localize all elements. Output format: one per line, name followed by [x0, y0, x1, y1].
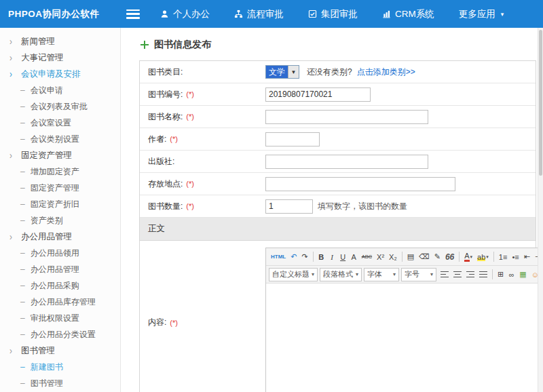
dash-marker: – [20, 167, 25, 176]
unordered-list-button[interactable]: •≡ [510, 250, 521, 264]
indent-button[interactable]: ⇥ [533, 250, 538, 264]
image-button[interactable]: ▦ [517, 268, 528, 281]
nav-process-approval[interactable]: 流程审批 [234, 8, 284, 20]
form-rows: 图书编号:(*)图书名称:(*)作者:(*)出版社:存放地点:(*)图书数量:(… [140, 83, 536, 218]
sidebar-item[interactable]: –会议室设置 [0, 115, 120, 131]
field-hint: 填写数字，该图书的数量 [318, 201, 407, 212]
sidebar-item-label: 办公用品采购 [31, 280, 79, 292]
sidebar-section[interactable]: ›固定资产管理 [0, 147, 120, 163]
bold-button[interactable]: B [316, 250, 326, 264]
align-right-button[interactable] [464, 268, 476, 281]
text-input[interactable] [265, 155, 428, 169]
sidebar-item[interactable]: –办公用品领用 [0, 245, 120, 261]
font-family-select[interactable]: 字体▾ [364, 268, 399, 281]
sidebar-section[interactable]: ›办公用品管理 [0, 229, 120, 245]
outdent-button[interactable]: ⇤ [522, 250, 532, 264]
text-input[interactable] [265, 87, 371, 102]
app-window: PHPOA协同办公软件 个人办公流程审批集团审批CRM系统更多应用▾ ›新闻管理… [0, 0, 543, 392]
sidebar-item[interactable]: –会议类别设置 [0, 131, 120, 147]
align-center-button[interactable] [451, 268, 464, 281]
category-hint-text: 还没有类别? [307, 66, 352, 78]
sidebar-section[interactable]: ›新闻管理 [0, 33, 120, 50]
redo-button[interactable]: ↷ [299, 250, 310, 264]
sidebar-item[interactable]: –会议申请 [0, 82, 120, 98]
highlight-color-button[interactable]: ab▾ [475, 250, 491, 264]
eraser-button[interactable]: ⌫ [417, 250, 432, 264]
dash-marker: – [20, 118, 25, 128]
sidebar-item[interactable]: –资产类别 [0, 212, 120, 229]
sidebar-section[interactable]: ›大事记管理 [0, 50, 120, 66]
font-color-button[interactable]: A▾ [462, 250, 474, 264]
sidebar-item[interactable]: –固定资产管理 [0, 180, 120, 196]
strikethrough-button[interactable]: ABC [360, 250, 374, 264]
add-icon [141, 41, 149, 49]
emoticon-button[interactable]: ☺ [529, 268, 538, 281]
sidebar-item[interactable]: –审批权限设置 [0, 310, 120, 326]
custom-title-select[interactable]: 自定义标题▾ [269, 268, 318, 281]
sidebar-item[interactable]: –办公用品分类设置 [0, 326, 120, 342]
text-input[interactable] [265, 110, 428, 124]
editor-content-area[interactable] [266, 283, 538, 392]
form-row-content: 内容: (*) HTML↶↷BIUAABCX²X₂▤⌫✎66A▾ab▾1≡•≡⇤… [140, 241, 536, 392]
dash-marker: – [20, 248, 25, 258]
font-size-select[interactable]: 字号▾ [401, 268, 436, 281]
sidebar-item-label: 办公用品管理 [31, 264, 79, 275]
sidebar-item[interactable]: –固定资产折旧 [0, 196, 120, 212]
sidebar-item[interactable]: –增加固定资产 [0, 163, 120, 180]
field-value [265, 129, 536, 150]
sidebar-item-label: 办公用品库存管理 [31, 296, 96, 308]
category-select[interactable]: 文学 ▼ [265, 65, 299, 79]
sidebar-item[interactable]: –办公用品库存管理 [0, 294, 120, 310]
format-brush-button[interactable]: ✎ [432, 250, 443, 264]
main-content: 图书信息发布 图书类目: 文学 ▼ 还没有类别? 点击添加类别>> 图书编号:(… [121, 28, 538, 392]
user-icon [160, 9, 169, 18]
eraser-button-icon: ⌫ [419, 252, 430, 261]
vertical-scrollbar[interactable] [538, 28, 543, 392]
dash-marker: – [20, 281, 25, 290]
paste-button[interactable]: ▤ [405, 250, 416, 264]
sidebar-section[interactable]: ›会议申请及安排 [0, 66, 120, 82]
html-source-button[interactable]: HTML [269, 250, 288, 264]
scrollbar-thumb[interactable] [539, 30, 542, 176]
italic-button[interactable]: I [327, 250, 337, 264]
nav-more-apps[interactable]: 更多应用▾ [459, 8, 504, 20]
chevron-right-icon: › [10, 36, 15, 47]
chevron-right-icon: › [10, 150, 15, 161]
chevron-right-icon: › [10, 231, 15, 242]
text-input[interactable] [265, 132, 320, 146]
align-justify-button[interactable] [477, 268, 489, 281]
sidebar-section[interactable]: ›图书管理 [0, 342, 120, 359]
sidebar-item[interactable]: –办公用品管理 [0, 261, 120, 277]
text-input[interactable] [265, 199, 313, 214]
text-input[interactable] [265, 177, 455, 191]
link-button[interactable]: ∞ [506, 268, 517, 281]
nav-group-approval[interactable]: 集团审批 [308, 8, 358, 20]
nav-personal-office[interactable]: 个人办公 [160, 8, 210, 20]
paragraph-format-select[interactable]: 段落格式▾ [320, 268, 362, 281]
underline-button[interactable]: U [338, 250, 348, 264]
superscript-button[interactable]: X² [375, 250, 386, 264]
blockquote-button[interactable]: 66 [443, 250, 456, 264]
table-button[interactable]: ⊞ [495, 268, 506, 281]
subscript-button[interactable]: X₂ [387, 250, 399, 264]
sidebar-item[interactable]: –会议列表及审批 [0, 98, 120, 115]
required-mark: (*) [170, 135, 178, 143]
hamburger-menu-icon[interactable] [126, 9, 140, 19]
align-left-button[interactable] [438, 268, 451, 281]
undo-button[interactable]: ↶ [288, 250, 299, 264]
ordered-list-button[interactable]: 1≡ [497, 250, 510, 264]
add-category-link[interactable]: 点击添加类别>> [357, 66, 415, 78]
sidebar-item[interactable]: –新建图书 [0, 359, 120, 375]
required-mark: (*) [186, 202, 194, 210]
sidebar-item[interactable]: –办公用品采购 [0, 277, 120, 294]
nav-label: 个人办公 [173, 8, 210, 20]
field-label-text: 图书类目: [148, 66, 183, 78]
caret-down-icon: ▾ [501, 11, 504, 18]
caret-down-icon: ▾ [356, 271, 358, 277]
sidebar-section-label: 办公用品管理 [21, 231, 72, 243]
font-style-button[interactable]: A [349, 250, 359, 264]
nav-label: 流程审批 [247, 8, 284, 20]
sidebar-item[interactable]: –图书管理 [0, 375, 120, 391]
nav-crm-system[interactable]: CRM系统 [382, 8, 434, 20]
link-button-icon: ∞ [509, 271, 514, 279]
